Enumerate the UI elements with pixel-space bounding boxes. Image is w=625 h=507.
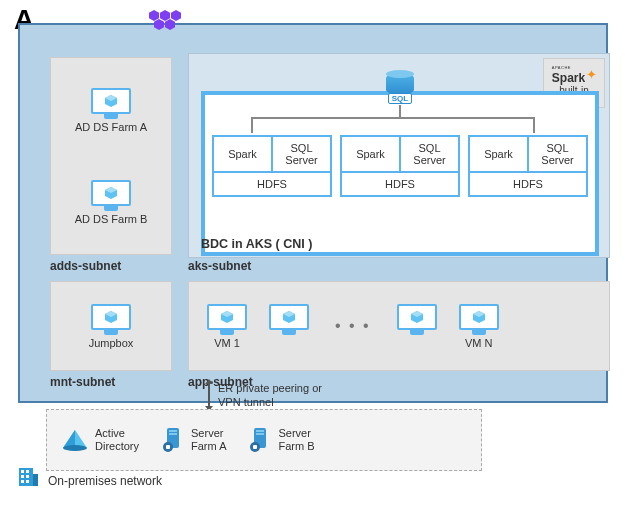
svg-rect-31 (21, 475, 24, 478)
svg-rect-33 (21, 480, 24, 483)
virtual-network: AD DS Farm A AD DS Farm B adds-subnet Sp… (18, 23, 608, 403)
svg-rect-34 (26, 480, 29, 483)
onprem-network-box: ActiveDirectory ServerFarm A ServerFarm … (46, 409, 482, 471)
app-vm-1: VM 1 (207, 304, 247, 349)
building-icon (16, 465, 40, 489)
svg-rect-30 (26, 470, 29, 473)
jumpbox: Jumpbox (89, 304, 134, 349)
app-vm-mid (269, 304, 309, 349)
mnt-subnet-box: Jumpbox (50, 281, 172, 371)
onprem-server-b: ServerFarm B (248, 427, 314, 453)
vm-icon (207, 304, 247, 336)
vm-label: AD DS Farm A (75, 121, 147, 133)
node-sqlserver: SQL Server (529, 137, 586, 171)
node-hdfs: HDFS (214, 171, 330, 195)
node-hdfs: HDFS (342, 171, 458, 195)
app-vm-n: VM N (459, 304, 499, 349)
adds-subnet-box: AD DS Farm A AD DS Farm B (50, 57, 172, 255)
vm-label (287, 337, 290, 349)
svg-rect-29 (21, 470, 24, 473)
svg-rect-26 (253, 445, 257, 449)
connector-line (251, 117, 535, 133)
aks-subnet-box: Spark✦ built-in SQL Spark SQL Server (188, 53, 610, 258)
onprem-server-a: ServerFarm A (161, 427, 226, 453)
server-icon (248, 427, 272, 453)
node-hdfs: HDFS (470, 171, 586, 195)
bdc-cluster: SQL Spark SQL Server HDFS Spark (201, 91, 599, 256)
bdc-node: Spark SQL Server HDFS (340, 135, 460, 197)
vm-icon (91, 180, 131, 212)
node-spark: Spark (470, 137, 529, 171)
svg-rect-18 (169, 430, 177, 432)
active-directory-icon (61, 428, 89, 452)
node-sqlserver: SQL Server (273, 137, 330, 171)
node-spark: Spark (214, 137, 273, 171)
vpn-connection-label: ER private peering or VPN tunnel (218, 382, 348, 410)
sql-database-icon: SQL (386, 73, 414, 104)
svg-rect-19 (169, 433, 177, 435)
onprem-label: On-premises network (48, 474, 162, 488)
spark-star-icon: ✦ (586, 67, 597, 82)
mnt-subnet-label: mnt-subnet (50, 375, 115, 389)
vm-icon (459, 304, 499, 336)
vm-icon (91, 304, 131, 336)
app-subnet-box: VM 1 • • • (188, 281, 610, 371)
svg-rect-24 (256, 433, 264, 435)
bdc-node: Spark SQL Server HDFS (212, 135, 332, 197)
adds-farm-a: AD DS Farm A (75, 88, 147, 133)
aks-service-icon (148, 10, 182, 32)
vm-icon (91, 88, 131, 120)
node-spark: Spark (342, 137, 401, 171)
aks-subnet-label: aks-subnet (188, 259, 251, 273)
svg-rect-32 (26, 475, 29, 478)
bdc-title: BDC in AKS ( CNI ) (201, 237, 312, 251)
vm-icon (269, 304, 309, 336)
svg-rect-21 (166, 445, 170, 449)
architecture-diagram: A AD DS Farm A AD DS Farm B (0, 0, 625, 507)
adds-subnet-label: adds-subnet (50, 259, 121, 273)
vm-icon (397, 304, 437, 336)
svg-rect-28 (33, 474, 38, 486)
bdc-node: Spark SQL Server HDFS (468, 135, 588, 197)
vm-label (415, 337, 418, 349)
ellipsis-icon: • • • (331, 317, 375, 335)
sql-tag: SQL (388, 93, 412, 104)
server-icon (161, 427, 185, 453)
node-sqlserver: SQL Server (401, 137, 458, 171)
adds-farm-b: AD DS Farm B (75, 180, 148, 225)
vm-label: AD DS Farm B (75, 213, 148, 225)
svg-rect-23 (256, 430, 264, 432)
onprem-ad: ActiveDirectory (61, 427, 139, 453)
app-vm-mid (397, 304, 437, 349)
vpn-connection-line (208, 383, 210, 407)
vm-label: VM 1 (214, 337, 240, 349)
svg-point-16 (63, 445, 87, 451)
vm-label: VM N (465, 337, 493, 349)
connector-line (399, 105, 401, 117)
spark-brand: Spark (552, 71, 585, 85)
vm-label: Jumpbox (89, 337, 134, 349)
